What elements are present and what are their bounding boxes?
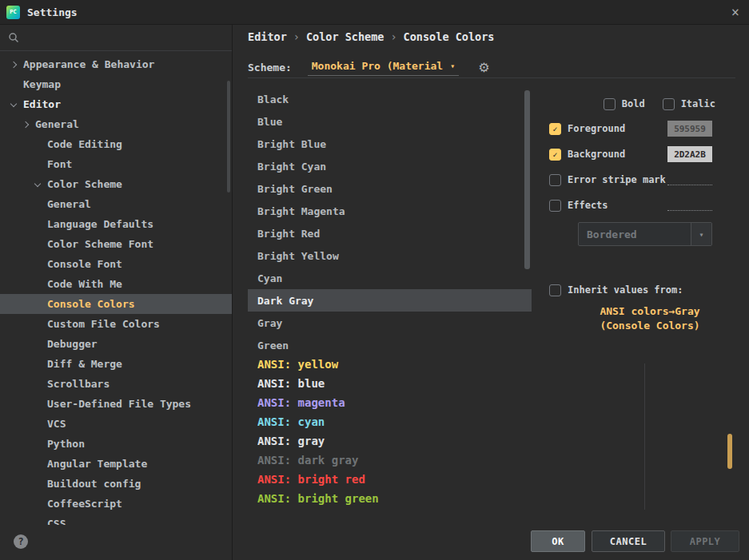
inherit-row: Inherit values from: xyxy=(549,282,683,298)
breadcrumb-item-editor[interactable]: Editor xyxy=(248,30,287,43)
sidebar-item-code-editing[interactable]: Code Editing xyxy=(0,134,232,154)
effects-checkbox[interactable] xyxy=(549,200,561,212)
sidebar-item-debugger[interactable]: Debugger xyxy=(0,334,232,354)
color-list-item-bright-yellow[interactable]: Bright Yellow xyxy=(248,244,532,267)
sidebar-item-console-colors[interactable]: Console Colors xyxy=(0,294,232,314)
color-list-item-label: Gray xyxy=(257,317,282,329)
sidebar-item-color-scheme-font[interactable]: Color Scheme Font xyxy=(0,234,232,254)
bold-option[interactable]: Bold xyxy=(604,98,645,110)
breadcrumb-item-console-colors[interactable]: Console Colors xyxy=(404,30,495,43)
cancel-button[interactable]: CANCEL xyxy=(592,530,665,552)
sidebar-item-label: Debugger xyxy=(47,338,98,350)
sidebar-item-custom-file-colors[interactable]: Custom File Colors xyxy=(0,314,232,334)
error-stripe-checkbox[interactable] xyxy=(549,174,561,186)
foreground-color-field[interactable]: 595959 xyxy=(667,121,712,137)
chevron-down-icon[interactable] xyxy=(35,183,47,186)
effects-type-dropdown: Bordered ▾ xyxy=(578,222,712,246)
sidebar-item-user-defined-file-types[interactable]: User-Defined File Types xyxy=(0,394,232,414)
scheme-dropdown[interactable]: Monokai Pro (Material ▾ xyxy=(308,58,459,76)
sidebar-item-angular-template[interactable]: Angular Template xyxy=(0,454,232,474)
sidebar-item-keymap[interactable]: Keymap xyxy=(0,74,232,94)
sidebar-item-css[interactable]: CSS xyxy=(0,514,232,525)
sidebar: Appearance & BehaviorKeymapEditorGeneral… xyxy=(0,25,233,560)
color-list-item-label: Blue xyxy=(257,116,282,128)
sidebar-item-label: Color Scheme xyxy=(47,178,122,190)
sidebar-item-console-font[interactable]: Console Font xyxy=(0,254,232,274)
inherit-source-sublabel[interactable]: (Console Colors) xyxy=(564,320,736,332)
effects-color-field[interactable] xyxy=(667,210,712,211)
color-list-item-black[interactable]: Black xyxy=(248,88,532,110)
color-list-item-blue[interactable]: Blue xyxy=(248,110,532,133)
inherit-checkbox[interactable] xyxy=(549,284,561,296)
sidebar-item-general[interactable]: General xyxy=(0,114,232,134)
foreground-checkbox[interactable]: ✓ xyxy=(549,123,561,135)
background-color-field[interactable]: 2D2A2B xyxy=(667,146,712,162)
sidebar-item-code-with-me[interactable]: Code With Me xyxy=(0,274,232,294)
bold-italic-row: Bold Italic xyxy=(604,96,715,112)
sidebar-item-appearance-behavior[interactable]: Appearance & Behavior xyxy=(0,54,232,74)
sidebar-item-label: Code With Me xyxy=(47,278,122,290)
apply-button: APPLY xyxy=(671,530,739,552)
color-list-item-cyan[interactable]: Cyan xyxy=(248,267,532,289)
chevron-down-icon: ▾ xyxy=(450,62,455,70)
italic-option[interactable]: Italic xyxy=(663,98,715,110)
sidebar-item-label: Angular Template xyxy=(47,458,147,470)
sidebar-item-label: General xyxy=(35,118,79,130)
preview-divider xyxy=(644,363,645,510)
sidebar-item-vcs[interactable]: VCS xyxy=(0,414,232,434)
effects-row: Effects xyxy=(549,197,608,213)
error-stripe-color-field[interactable] xyxy=(667,185,712,185)
foreground-label: Foreground xyxy=(568,123,625,134)
sidebar-item-editor[interactable]: Editor xyxy=(0,94,232,114)
sidebar-item-label: Keymap xyxy=(23,78,61,90)
search-input[interactable] xyxy=(24,31,224,45)
bold-checkbox[interactable] xyxy=(604,98,616,110)
color-list-item-bright-green[interactable]: Bright Green xyxy=(248,177,532,200)
search-bar[interactable] xyxy=(0,25,232,51)
sidebar-item-python[interactable]: Python xyxy=(0,434,232,454)
breadcrumb-item-color-scheme[interactable]: Color Scheme xyxy=(306,30,384,43)
sidebar-item-label: Appearance & Behavior xyxy=(23,58,154,70)
console-preview: ANSI: yellowANSI: blueANSI: magentaANSI:… xyxy=(257,359,633,511)
sidebar-item-color-scheme[interactable]: Color Scheme xyxy=(0,174,232,194)
sidebar-item-label: Diff & Merge xyxy=(47,358,122,370)
italic-checkbox[interactable] xyxy=(663,98,675,110)
window-scrollbar-thumb[interactable] xyxy=(727,434,732,469)
effects-label: Effects xyxy=(568,200,608,211)
color-list-item-green[interactable]: Green xyxy=(248,334,532,356)
sidebar-item-label: Scrollbars xyxy=(47,378,110,390)
color-list-item-bright-magenta[interactable]: Bright Magenta xyxy=(248,200,532,222)
background-row: ✓ Background xyxy=(549,146,625,162)
color-list-item-bright-red[interactable]: Bright Red xyxy=(248,222,532,244)
inherit-label: Inherit values from: xyxy=(568,284,683,296)
sidebar-scrollbar-thumb[interactable] xyxy=(227,81,230,193)
chevron-right-icon[interactable] xyxy=(11,62,23,67)
sidebar-item-general[interactable]: General xyxy=(0,194,232,214)
background-checkbox[interactable]: ✓ xyxy=(549,149,561,161)
inherit-source-link[interactable]: ANSI colors→Gray xyxy=(564,305,736,317)
sidebar-item-coffeescript[interactable]: CoffeeScript xyxy=(0,494,232,514)
window-title: Settings xyxy=(27,6,78,18)
background-label: Background xyxy=(568,149,625,160)
gear-icon[interactable]: ⚙ xyxy=(478,60,489,75)
close-icon[interactable]: × xyxy=(731,4,739,20)
ok-button[interactable]: OK xyxy=(531,530,585,552)
color-name-list: BlackBlueBright BlueBright CyanBright Gr… xyxy=(248,88,532,356)
color-list-item-dark-gray[interactable]: Dark Gray xyxy=(248,289,532,312)
color-list-item-gray[interactable]: Gray xyxy=(248,312,532,334)
error-stripe-label: Error stripe mark xyxy=(568,174,666,185)
search-icon xyxy=(8,32,19,43)
chevron-down-icon[interactable] xyxy=(11,103,23,106)
pycharm-logo-icon: PC xyxy=(6,6,20,19)
attribute-options-panel: Bold Italic ✓ Foreground 595959 ✓ Backgr… xyxy=(548,88,736,351)
color-list-item-bright-cyan[interactable]: Bright Cyan xyxy=(248,155,532,177)
sidebar-item-language-defaults[interactable]: Language Defaults xyxy=(0,214,232,234)
color-list-scrollbar-thumb[interactable] xyxy=(524,90,530,269)
sidebar-item-scrollbars[interactable]: Scrollbars xyxy=(0,374,232,394)
sidebar-item-diff-merge[interactable]: Diff & Merge xyxy=(0,354,232,374)
color-list-item-bright-blue[interactable]: Bright Blue xyxy=(248,133,532,155)
sidebar-item-buildout-config[interactable]: Buildout config xyxy=(0,474,232,494)
help-icon[interactable]: ? xyxy=(14,534,28,549)
sidebar-item-font[interactable]: Font xyxy=(0,154,232,174)
chevron-right-icon[interactable] xyxy=(23,122,35,127)
